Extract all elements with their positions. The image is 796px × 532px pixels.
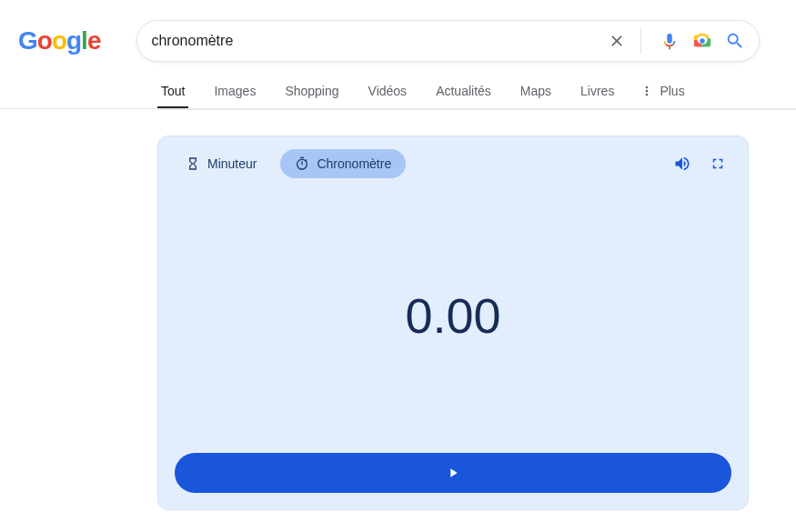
- tab-livres[interactable]: Livres: [577, 84, 618, 109]
- search-tabs: Tout Images Shopping Vidéos Actualités M…: [157, 84, 796, 110]
- widget-tab-chronometre-label: Chronomètre: [317, 156, 391, 171]
- clear-icon[interactable]: [608, 32, 626, 50]
- svg-point-0: [700, 38, 706, 44]
- divider: [640, 28, 641, 54]
- search-icon[interactable]: [725, 31, 745, 51]
- play-icon: [446, 466, 460, 480]
- tab-images[interactable]: Images: [210, 84, 259, 109]
- widget-tab-chronometre[interactable]: Chronomètre: [280, 149, 406, 178]
- more-icon: [640, 84, 654, 98]
- stopwatch-icon: [295, 156, 309, 171]
- tab-actualites[interactable]: Actualités: [432, 84, 495, 109]
- timer-display: 0.00: [171, 178, 735, 453]
- stopwatch-widget: Minuteur Chronomètre 0.00: [157, 136, 749, 510]
- fullscreen-icon[interactable]: [710, 156, 726, 172]
- widget-tab-minuteur[interactable]: Minuteur: [171, 149, 271, 178]
- sound-icon[interactable]: [673, 155, 691, 173]
- search-input[interactable]: [151, 33, 608, 49]
- image-search-icon[interactable]: [692, 31, 712, 51]
- tab-tout[interactable]: Tout: [157, 84, 188, 109]
- tab-shopping[interactable]: Shopping: [281, 84, 342, 109]
- search-box: [136, 20, 760, 62]
- tab-more-label: Plus: [660, 84, 684, 98]
- hourglass-icon: [186, 156, 200, 171]
- voice-search-icon[interactable]: [660, 31, 680, 51]
- google-logo[interactable]: Google: [18, 26, 100, 55]
- tab-videos[interactable]: Vidéos: [365, 84, 411, 109]
- widget-tab-minuteur-label: Minuteur: [207, 156, 257, 171]
- tab-more[interactable]: Plus: [640, 84, 684, 109]
- tab-maps[interactable]: Maps: [517, 84, 555, 109]
- play-button[interactable]: [175, 453, 731, 493]
